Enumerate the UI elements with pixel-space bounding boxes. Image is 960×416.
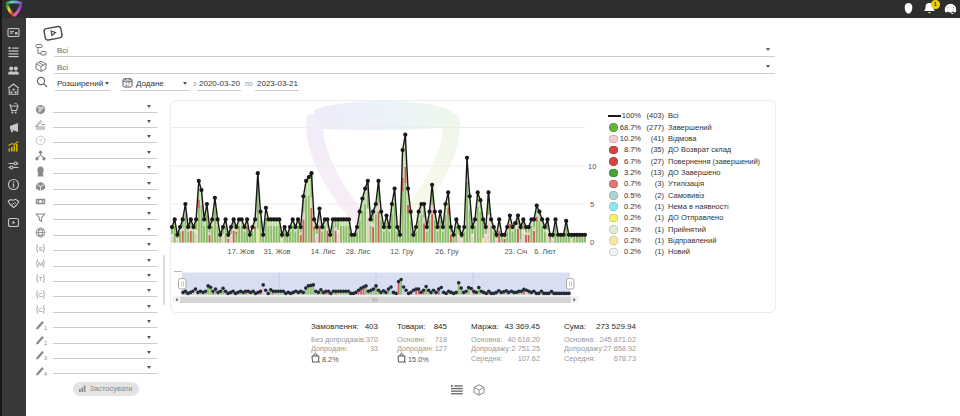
- svg-text:14. Лис: 14. Лис: [311, 247, 336, 256]
- svg-text:6. Лют: 6. Лют: [534, 247, 556, 256]
- svg-text:17. Жов: 17. Жов: [228, 247, 255, 256]
- svg-text:31. Жов: 31. Жов: [264, 247, 291, 256]
- svg-text:0: 0: [590, 238, 594, 247]
- svg-text:12. Гру: 12. Гру: [390, 247, 414, 256]
- svg-text:26. Гру: 26. Гру: [435, 247, 459, 256]
- svg-text:x: x: [318, 358, 320, 362]
- svg-text:x: x: [404, 358, 406, 362]
- svg-text:23. Січ: 23. Січ: [505, 247, 528, 256]
- svg-text:28. Лис: 28. Лис: [346, 247, 371, 256]
- svg-text:5: 5: [590, 200, 594, 209]
- svg-text:10: 10: [588, 162, 596, 171]
